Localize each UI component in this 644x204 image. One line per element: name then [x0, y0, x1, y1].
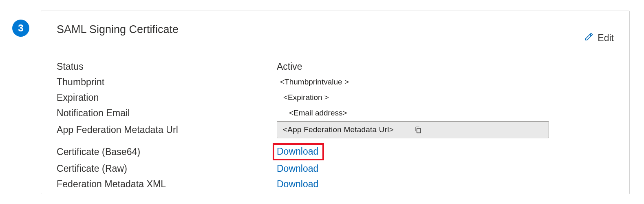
metadata-url-value: <App Federation Metadata Url> — [283, 125, 414, 134]
copy-icon[interactable] — [414, 126, 545, 134]
step-badge: 3 — [12, 20, 29, 37]
cert-base64-value: Download — [277, 143, 324, 160]
card-header: SAML Signing Certificate Edit — [57, 23, 614, 44]
download-fed-xml-link[interactable]: Download — [277, 179, 318, 189]
expiration-label: Expiration — [57, 92, 277, 103]
edit-button[interactable]: Edit — [584, 32, 614, 44]
step-number: 3 — [18, 22, 23, 34]
status-value: Active — [277, 61, 302, 72]
row-status: Status Active — [57, 59, 614, 74]
expiration-value: <Expiration > — [277, 93, 329, 102]
row-expiration: Expiration <Expiration > — [57, 90, 614, 105]
cert-raw-value: Download — [277, 163, 318, 174]
pencil-icon — [584, 32, 593, 44]
thumbprint-value: <Thumbprintvalue > — [277, 78, 349, 86]
notification-email-label: Notification Email — [57, 108, 277, 119]
status-label: Status — [57, 61, 277, 72]
row-cert-raw: Certificate (Raw) Download — [57, 161, 614, 176]
row-thumbprint: Thumbprint <Thumbprintvalue > — [57, 75, 614, 89]
download-cert-base64-link[interactable]: Download — [277, 146, 318, 157]
edit-label: Edit — [598, 33, 614, 44]
fed-xml-value: Download — [277, 179, 318, 190]
row-fed-xml: Federation Metadata XML Download — [57, 177, 614, 191]
row-notification-email: Notification Email <Email address> — [57, 106, 614, 120]
saml-signing-certificate-card: SAML Signing Certificate Edit Status Act… — [41, 11, 630, 194]
svg-rect-0 — [417, 129, 421, 133]
highlight-box: Download — [273, 143, 324, 160]
cert-raw-label: Certificate (Raw) — [57, 163, 277, 174]
metadata-url-field[interactable]: <App Federation Metadata Url> — [277, 121, 549, 138]
download-cert-raw-link[interactable]: Download — [277, 163, 318, 174]
notification-email-value: <Email address> — [277, 109, 347, 118]
row-metadata-url: App Federation Metadata Url <App Federat… — [57, 121, 614, 138]
cert-base64-label: Certificate (Base64) — [57, 146, 277, 157]
row-cert-base64: Certificate (Base64) Download — [57, 143, 614, 160]
metadata-url-label: App Federation Metadata Url — [57, 124, 277, 135]
card-title: SAML Signing Certificate — [57, 23, 179, 36]
thumbprint-label: Thumbprint — [57, 77, 277, 88]
fed-xml-label: Federation Metadata XML — [57, 179, 277, 190]
field-rows: Status Active Thumbprint <Thumbprintvalu… — [57, 59, 614, 191]
